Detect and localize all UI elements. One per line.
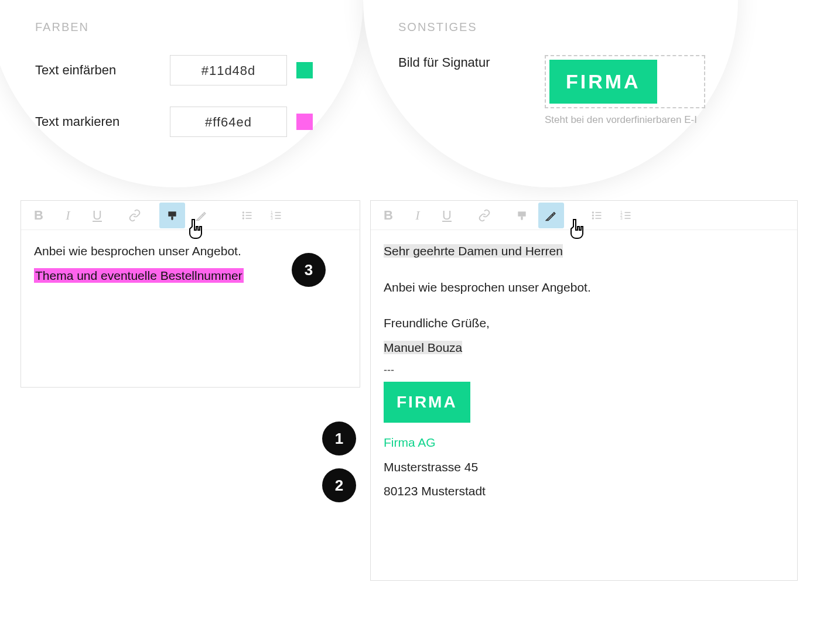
annotation-badge-3: 3 [292,253,326,287]
signature-street: Musterstrasse 45 [384,458,784,477]
highlight-button[interactable] [509,203,535,228]
editor-content-right[interactable]: Sehr geehrte Damen und Herren Anbei wie … [371,230,797,518]
svg-rect-1 [246,212,252,213]
svg-rect-23 [625,218,631,219]
text-color-button[interactable] [538,203,564,228]
svg-rect-17 [596,218,602,219]
salutation-selected: Sehr geehrte Damen und Herren [384,244,563,258]
svg-rect-11 [275,218,281,219]
highlighted-text: Thema und eventuelle Bestellnummer [34,268,244,283]
highlight-button[interactable] [159,203,185,228]
bullet-list-button[interactable] [584,203,610,228]
sender-name: Manuel Bouza [384,341,462,354]
swatch-green[interactable] [296,62,313,78]
svg-rect-7 [275,212,281,213]
svg-rect-3 [246,215,252,216]
signature-city: 80123 Musterstadt [384,482,784,501]
mark-label: Text markieren [35,114,170,129]
toolbar-right: B I U 123 [371,201,797,230]
svg-rect-9 [275,215,281,216]
swatch-pink[interactable] [296,114,313,130]
italic-button[interactable]: I [405,203,430,228]
tint-label: Text einfärben [35,63,170,78]
svg-point-14 [592,214,594,216]
signature-image-row: Bild für Signatur FIRMA Steht bei den vo… [398,55,715,126]
editor-textcolor-demo: B I U 123 Sehr geehrte Damen und Herren … [370,200,798,581]
annotation-badge-1: 1 [322,422,356,455]
signature-image-label: Bild für Signatur [398,55,545,70]
signature-logo: FIRMA [384,382,470,423]
svg-rect-13 [596,212,602,213]
bullet-list-button[interactable] [234,203,260,228]
color-row-mark: Text markieren #ff64ed [35,107,340,137]
color-row-tint: Text einfärben #11d48d [35,55,340,85]
misc-panel: SONSTIGES Bild für Signatur FIRMA Steht … [363,0,738,187]
svg-text:3: 3 [620,215,623,220]
svg-point-16 [592,217,594,219]
firma-logo: FIRMA [549,60,657,104]
tint-color-input[interactable]: #11d48d [170,55,287,85]
svg-point-12 [592,211,594,213]
mark-color-input[interactable]: #ff64ed [170,107,287,137]
text-color-button[interactable] [189,203,214,228]
svg-rect-21 [625,215,631,216]
svg-point-4 [242,217,244,219]
link-button[interactable] [122,203,148,228]
bold-button[interactable]: B [375,203,401,228]
logo-upload-area[interactable]: FIRMA [545,55,705,108]
signature-company: Firma AG [384,433,784,452]
bold-button[interactable]: B [26,203,52,228]
signature-divider: --- [384,362,784,378]
svg-point-2 [242,214,244,216]
svg-rect-19 [625,212,631,213]
svg-rect-5 [246,218,252,219]
colors-panel: FARBEN Text einfärben #11d48d Text marki… [0,0,363,187]
ordered-list-button[interactable]: 123 [264,203,289,228]
italic-button[interactable]: I [55,203,81,228]
underline-button[interactable]: U [434,203,460,228]
link-button[interactable] [472,203,497,228]
annotation-badge-2: 2 [322,468,356,502]
closing-line: Freundliche Grüße, [384,314,784,333]
svg-rect-15 [596,215,602,216]
editor-highlight-demo: B I U 123 Anbei wie besprochen unser Ang… [20,200,360,388]
misc-title: SONSTIGES [398,20,715,34]
toolbar-left: B I U 123 [21,201,360,230]
logo-hint: Steht bei den vorderfinierbaren E-I [545,114,705,126]
colors-title: FARBEN [35,20,340,34]
svg-text:3: 3 [271,215,273,220]
body-line: Anbei wie besprochen unser Angebot. [384,278,784,297]
underline-button[interactable]: U [84,203,110,228]
ordered-list-button[interactable]: 123 [613,203,639,228]
svg-point-0 [242,211,244,213]
